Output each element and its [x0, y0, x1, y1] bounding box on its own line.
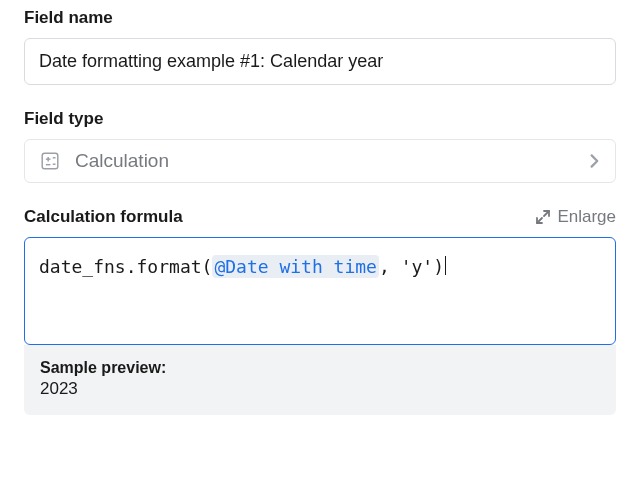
svg-rect-0: [42, 153, 58, 169]
enlarge-icon: [535, 209, 551, 225]
field-name-section: Field name: [24, 8, 616, 85]
sample-preview-label: Sample preview:: [40, 359, 600, 377]
enlarge-button[interactable]: Enlarge: [535, 207, 616, 227]
formula-header: Calculation formula Enlarge: [24, 207, 616, 227]
enlarge-label: Enlarge: [557, 207, 616, 227]
field-name-label: Field name: [24, 8, 616, 28]
formula-section: Calculation formula Enlarge date_fns.for…: [24, 207, 616, 415]
chevron-right-icon: [589, 152, 601, 170]
sample-preview: Sample preview: 2023: [24, 345, 616, 415]
field-type-select[interactable]: Calculation: [24, 139, 616, 183]
formula-label: Calculation formula: [24, 207, 183, 227]
formula-editor[interactable]: date_fns.format(@Date with time, 'y'): [24, 237, 616, 345]
formula-text-suffix: , 'y'): [379, 256, 444, 277]
sample-preview-value: 2023: [40, 379, 600, 399]
calculation-icon: [39, 150, 61, 172]
formula-field-reference[interactable]: @Date with time: [212, 255, 379, 278]
field-type-label: Field type: [24, 109, 616, 129]
field-name-input[interactable]: [24, 38, 616, 85]
field-type-section: Field type Calculation: [24, 109, 616, 183]
formula-text-prefix: date_fns.format(: [39, 256, 212, 277]
field-config-form: Field name Field type Calculation: [0, 0, 640, 415]
text-caret: [445, 256, 446, 275]
field-type-value: Calculation: [75, 150, 169, 172]
